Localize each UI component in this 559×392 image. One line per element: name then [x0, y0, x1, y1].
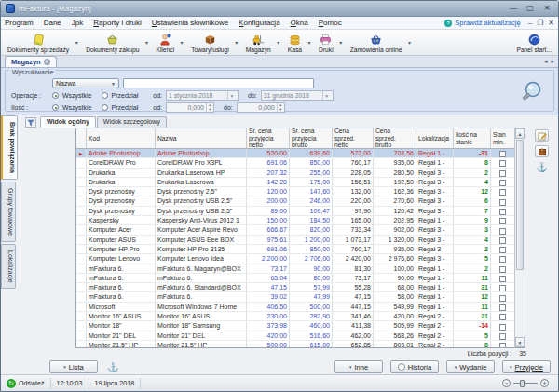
column-header-sc_b[interactable]: Śr. cena przyjęcia brutto — [290, 128, 333, 148]
table-row[interactable]: DrukarkaDrukarka Laserowa142,28175,00156… — [76, 178, 514, 187]
stan-min-checkbox[interactable] — [499, 199, 506, 206]
toolbar-klienci-button[interactable]: Klienci — [152, 30, 178, 55]
date-to-field[interactable]: 31 grudnia 2018 ▼ — [261, 90, 334, 101]
lista-button[interactable]: ▾Lista — [49, 360, 98, 373]
toolbar-towary-usługi-button[interactable]: Towary/usługi — [187, 30, 233, 55]
stan-min-checkbox[interactable] — [499, 314, 506, 320]
stan-min-checkbox[interactable] — [499, 228, 506, 235]
check-updates-link[interactable]: ? Sprawdź aktualizację — [444, 19, 520, 27]
view-tab-widok-szczegółowy[interactable]: Widok szczegółowy — [97, 116, 167, 128]
mdi-close-button[interactable]: ✕ — [548, 19, 554, 27]
menu-okna[interactable]: Okna — [291, 19, 308, 27]
column-header-sc_n[interactable]: Śr. cena przyjęcia netto — [247, 128, 290, 148]
menu-program[interactable]: Program — [5, 19, 34, 27]
stan-min-checkbox[interactable] — [499, 189, 506, 196]
wydanie-button[interactable]: ▾Wydanie — [446, 360, 495, 373]
refresh-button[interactable]: ↻ Odśwież — [5, 378, 51, 389]
toolbar-kasa-button[interactable]: Kasa — [284, 30, 306, 55]
table-row[interactable]: Dysk przenośnyDysk przenośny USB 2,5"89,… — [76, 207, 514, 216]
stan-min-checkbox[interactable] — [499, 237, 506, 244]
stan-min-checkbox[interactable] — [499, 285, 506, 291]
view-tab-widok-ogólny[interactable]: Widok ogólny — [40, 116, 96, 128]
tab-magazyn[interactable]: Magazyn ✕ — [5, 56, 57, 67]
stan-min-checkbox[interactable] — [499, 256, 506, 263]
table-row[interactable]: DrukarkaDrukarka Laserowa HP207,32255,00… — [76, 169, 514, 178]
column-header-stan[interactable]: Stan min. — [491, 128, 514, 148]
close-button[interactable]: ✕ — [540, 4, 553, 14]
column-header-kod[interactable]: Kod — [87, 128, 156, 148]
edit-item-icon[interactable] — [535, 129, 549, 142]
tab-scroll-left-icon[interactable]: ◂ — [544, 58, 548, 65]
minimize-button[interactable]: — — [507, 4, 520, 14]
table-row[interactable]: Komputer AcerKomputer Acer Aspire Revo66… — [76, 225, 514, 235]
spinner-arrows-icon[interactable]: ▲▼ — [277, 103, 284, 112]
column-header-lok[interactable]: Lokalizacja — [416, 128, 454, 148]
table-row[interactable]: ▶Adobe PhotoshopAdobe Photoshop520,00639… — [76, 149, 514, 158]
search-field-selector[interactable]: Nazwa ▼ — [52, 78, 119, 88]
menu-raporty-i-druki[interactable]: Raporty i druki — [93, 19, 142, 27]
quantity-range-radio[interactable] — [102, 104, 108, 111]
stan-min-checkbox[interactable] — [499, 324, 506, 331]
stan-min-checkbox[interactable] — [499, 247, 506, 253]
dropdown-arrow-icon[interactable]: ▾ — [306, 30, 313, 55]
table-row[interactable]: Monitor 21" DELMonitor 21" DEL420,00516,… — [76, 331, 514, 341]
toolbar-druki-button[interactable]: Druki — [315, 30, 337, 55]
menu-konfiguracja[interactable]: Konfiguracja — [239, 19, 280, 27]
stan-min-checkbox[interactable] — [499, 333, 506, 340]
stan-min-checkbox[interactable] — [499, 276, 506, 282]
scroll-down-icon[interactable]: ▼ — [515, 337, 525, 347]
search-icon[interactable] — [517, 79, 545, 107]
przyjęcie-button[interactable]: ▾Przyjęcie — [502, 360, 551, 373]
scrollbar-thumb[interactable] — [516, 140, 524, 270]
table-row[interactable]: Monitor 16" ASUSMonitor 16" ASUS230,0028… — [76, 312, 514, 321]
dropdown-arrow-icon[interactable]: ▾ — [337, 30, 345, 55]
table-row[interactable]: KasperskyKaspersky Anti-Virus 2012 1150,… — [76, 216, 514, 225]
dropdown-arrow-icon[interactable]: ▾ — [143, 30, 150, 55]
anchor-icon[interactable]: ⚓ — [107, 362, 118, 372]
quantity-to-stepper[interactable]: 0,000 ▲▼ — [237, 102, 285, 113]
dropdown-arrow-icon[interactable]: ▾ — [275, 30, 282, 55]
mdi-restore-button[interactable]: ❐ — [537, 19, 543, 27]
toolbar-dokumenty-zakupu-button[interactable]: Dokumenty zakupu — [82, 30, 143, 55]
dropdown-arrow-icon[interactable]: ▾ — [178, 30, 185, 55]
inne-button[interactable]: ▾Inne — [334, 360, 383, 373]
column-header-nazwa[interactable]: Nazwa — [156, 128, 247, 148]
toolbar-zamówienia-online-button[interactable]: Zamówienia online — [347, 30, 406, 55]
sidebar-tab-brak-powiązania[interactable]: Brak powiązania — [1, 115, 18, 180]
zoom-slider[interactable] — [513, 383, 538, 384]
toolbar-dokumenty-sprzedaży-button[interactable]: Dokumenty sprzedaży — [4, 30, 73, 55]
anchor-icon[interactable]: ⚓ — [535, 161, 549, 173]
stan-min-checkbox[interactable] — [499, 180, 506, 186]
tab-scroll-right-icon[interactable]: ▸ — [551, 58, 554, 65]
date-from-field[interactable]: 1 stycznia 2018 ▼ — [166, 90, 239, 101]
zoom-in-button[interactable]: + — [540, 379, 549, 387]
maximize-button[interactable]: ▢ — [524, 4, 537, 14]
table-row[interactable]: Dysk przenośnyDysk przenośny USB 2,5"200… — [76, 196, 514, 206]
tab-close-icon[interactable]: ✕ — [44, 59, 50, 65]
toolbar-panel-start-button[interactable]: Panel start... — [512, 30, 555, 55]
table-row[interactable]: CorelDRAW ProCorelDRAW Pro X3PL691,06850… — [76, 158, 514, 168]
mdi-minimize-button[interactable]: – — [528, 19, 532, 27]
table-row[interactable]: mFaktura 6.mFaktura 6. Magazyn@BOX73,179… — [76, 264, 514, 274]
table-row[interactable]: Komputer HP ProKomputer HP Pro 3135691,0… — [76, 245, 514, 254]
table-row[interactable]: mFaktura 6.mFaktura 6.39,0247,9947,1558,… — [76, 292, 514, 302]
zoom-out-button[interactable]: − — [502, 379, 511, 387]
column-header-cs_b[interactable]: Cena sprzed. brutto — [374, 128, 416, 148]
zoom-slider-thumb[interactable] — [520, 380, 525, 387]
quantity-all-radio[interactable] — [52, 104, 59, 111]
stan-min-checkbox[interactable] — [499, 304, 506, 311]
scroll-up-icon[interactable]: ▲ — [515, 128, 525, 139]
stan-min-checkbox[interactable] — [499, 151, 506, 157]
table-row[interactable]: Komputer LenovoKomputer Lenovo Idea2 200… — [76, 254, 514, 264]
menu-ustawienia-słownikowe[interactable]: Ustawienia słownikowe — [152, 19, 228, 27]
sidebar-tab-grupy-towarowe[interactable]: Grupy towarowe — [1, 182, 16, 242]
package-icon[interactable] — [535, 145, 549, 157]
table-row[interactable]: Monitor 18"Monitor 18" Samsung373,98460,… — [76, 321, 514, 331]
stan-min-checkbox[interactable] — [499, 266, 506, 273]
menu-jpk[interactable]: Jpk — [72, 19, 83, 27]
column-header-cs_n[interactable]: Cena sprzed. netto — [333, 128, 374, 148]
historia-button[interactable]: Historia — [390, 360, 439, 373]
vertical-scrollbar[interactable]: ▲ ▼ — [514, 128, 525, 348]
table-row[interactable]: mFaktura 6.mFaktura 6.65,0480,0073,1790,… — [76, 274, 514, 283]
sidebar-tab-lokalizacje[interactable]: Lokalizacje — [1, 244, 16, 290]
